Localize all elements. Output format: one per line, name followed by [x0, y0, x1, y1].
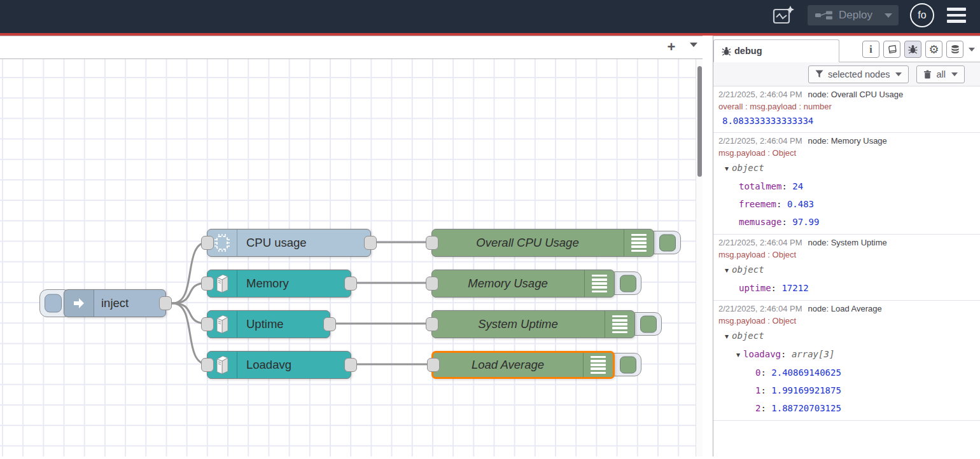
entry-value: 17212 — [781, 283, 808, 293]
bug-icon — [908, 45, 918, 54]
collapse-caret-icon[interactable] — [725, 163, 732, 173]
collapse-caret-icon[interactable] — [725, 331, 732, 341]
output-port[interactable] — [344, 358, 357, 372]
debug-sidebar-icon — [591, 356, 606, 374]
node-memory[interactable]: Memory — [207, 270, 351, 298]
node-uptime[interactable]: Uptime — [207, 310, 330, 338]
msg-property-path: msg.payload : Object — [718, 315, 975, 327]
object-expander[interactable]: object — [718, 327, 975, 345]
panel-resize-handle[interactable] — [703, 36, 713, 456]
tab-debug[interactable]: debug — [713, 39, 839, 62]
wires-layer — [0, 59, 702, 457]
object-type-label: object — [732, 163, 764, 173]
server-icon — [214, 355, 230, 374]
info-tab-button[interactable]: i — [862, 41, 879, 58]
debug-message[interactable]: 2/21/2025, 2:46:04 PMnode: Load Average … — [713, 301, 980, 421]
deploy-label: Deploy — [839, 9, 872, 22]
output-port[interactable] — [159, 296, 172, 310]
debug-message[interactable]: 2/21/2025, 2:46:04 PMnode: Overall CPU U… — [713, 86, 980, 133]
input-port[interactable] — [426, 317, 438, 331]
node-cpu-usage[interactable]: CPU usage — [207, 229, 371, 257]
object-expander[interactable]: object — [718, 159, 975, 177]
debug-toolbar: selected nodes all — [713, 62, 980, 86]
debug-sidebar: debug i — [713, 36, 980, 456]
scrollbar-thumb[interactable] — [697, 66, 702, 177]
collapse-caret-icon[interactable] — [725, 264, 732, 275]
debug-tab-button[interactable] — [904, 41, 921, 58]
main-menu-button[interactable] — [946, 5, 967, 25]
input-port[interactable] — [427, 358, 440, 372]
object-expander[interactable]: object — [718, 261, 975, 279]
user-avatar[interactable]: fo — [910, 3, 934, 27]
node-debug-loadavg[interactable]: Load Average — [431, 351, 615, 379]
deploy-button[interactable]: Deploy — [808, 5, 899, 25]
avatar-initials: fo — [918, 10, 926, 21]
input-port[interactable] — [426, 277, 438, 291]
output-port[interactable] — [364, 236, 377, 250]
object-entry: freemem0.483 — [718, 195, 975, 213]
array-expander[interactable]: loadavgarray[3] — [718, 345, 975, 364]
node-debug-uptime[interactable]: System Uptime — [431, 310, 635, 338]
output-port[interactable] — [344, 277, 357, 291]
config-tab-button[interactable]: ⚙ — [925, 41, 942, 58]
clear-dropdown-icon — [951, 72, 958, 76]
node-debug-overall-cpu[interactable]: Overall CPU Usage — [431, 229, 654, 257]
msg-source-node: node: Memory Usage — [808, 136, 887, 146]
node-debug-memory[interactable]: Memory Usage — [431, 270, 615, 298]
filter-dropdown-icon — [895, 72, 902, 76]
msg-source-node: node: Overall CPU Usage — [808, 90, 904, 99]
entry-value: 2.40869140625 — [771, 367, 841, 378]
debug-message[interactable]: 2/21/2025, 2:46:04 PMnode: Memory Usage … — [713, 133, 980, 235]
node-label: inject — [101, 290, 129, 317]
tab-debug-label: debug — [734, 46, 762, 56]
add-flow-button[interactable]: + — [663, 39, 680, 55]
node-label: Memory — [246, 270, 289, 297]
input-port[interactable] — [201, 358, 214, 372]
debug-message[interactable]: 2/21/2025, 2:46:04 PMnode: System Uptime… — [713, 235, 980, 301]
node-label: CPU usage — [246, 230, 307, 256]
object-entry: memusage97.99 — [718, 213, 975, 231]
input-port[interactable] — [201, 236, 214, 250]
msg-timestamp: 2/21/2025, 2:46:04 PM — [718, 90, 802, 99]
sidebar-menu-dropdown-icon[interactable] — [969, 48, 975, 51]
flow-list-dropdown-icon[interactable] — [690, 43, 697, 47]
input-port[interactable] — [426, 236, 438, 250]
debug-message-list[interactable]: 2/21/2025, 2:46:04 PMnode: Overall CPU U… — [713, 86, 980, 456]
entry-value: 24 — [792, 181, 803, 191]
book-icon — [886, 44, 898, 55]
deploy-dropdown-icon[interactable] — [885, 13, 892, 18]
flow-canvas[interactable]: inject — [0, 59, 703, 456]
collapse-caret-icon[interactable] — [736, 349, 743, 359]
info-icon: i — [869, 44, 872, 55]
entry-key: memusage — [739, 217, 792, 227]
clear-label: all — [936, 69, 946, 79]
clear-button[interactable]: all — [916, 65, 965, 83]
filter-button[interactable]: selected nodes — [808, 65, 909, 83]
input-port[interactable] — [201, 277, 214, 291]
flow-assistant-button[interactable] — [771, 4, 796, 26]
node-loadavg[interactable]: Loadavg — [207, 351, 351, 379]
entry-value: 1.99169921875 — [771, 385, 841, 395]
help-tab-button[interactable] — [883, 41, 900, 58]
canvas-vertical-scrollbar[interactable] — [696, 59, 703, 456]
filter-funnel-icon — [815, 70, 823, 78]
bug-icon — [722, 46, 731, 56]
cpu-chip-icon — [214, 233, 230, 252]
array-entry: 02.40869140625 — [718, 364, 975, 381]
sparkle-icon — [787, 6, 794, 13]
msg-value: 8.083333333333334 — [718, 113, 975, 129]
deploy-icon — [815, 10, 833, 20]
entry-key: uptime — [739, 283, 781, 293]
input-port[interactable] — [201, 317, 214, 331]
server-icon — [214, 315, 230, 334]
entry-key: loadavg — [743, 349, 792, 359]
output-port[interactable] — [323, 317, 336, 331]
msg-timestamp: 2/21/2025, 2:46:04 PM — [718, 136, 802, 146]
node-inject[interactable]: inject — [64, 289, 166, 317]
entry-key: 1 — [755, 385, 771, 395]
workspace: + — [0, 36, 703, 456]
entry-value: 0.483 — [787, 199, 814, 209]
array-entry: 11.99169921875 — [718, 381, 975, 399]
object-entry: totalmem24 — [718, 177, 975, 195]
context-tab-button[interactable] — [946, 41, 963, 58]
